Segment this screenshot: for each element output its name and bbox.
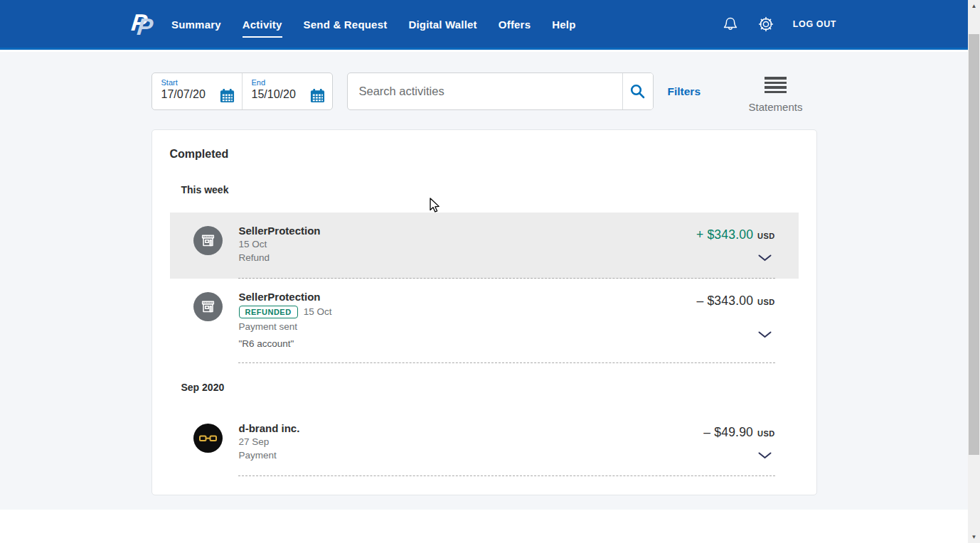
transaction-row[interactable]: d-brand inc. 27 Sep Payment – $49.90 USD	[170, 410, 799, 476]
bell-icon[interactable]	[722, 16, 739, 33]
transaction-name: d-brand inc.	[239, 421, 300, 436]
transaction-amount-block: – $49.90 USD	[703, 425, 774, 459]
transaction-amount: – $343.00	[696, 294, 753, 308]
scrollbar-thumb[interactable]	[969, 34, 979, 455]
row-divider	[238, 475, 775, 476]
transaction-row[interactable]: SellerProtection 15 Oct Refund + $343.00…	[170, 213, 799, 279]
transaction-name: SellerProtection	[239, 290, 332, 304]
transaction-date: 27 Sep	[239, 436, 300, 449]
transaction-date: 15 Oct	[239, 238, 321, 252]
transaction-details: SellerProtection REFUNDED 15 Oct Payment…	[239, 290, 332, 349]
calendar-icon[interactable]	[220, 88, 235, 103]
vertical-scrollbar[interactable]: ▲ ▼	[968, 0, 980, 543]
nav-digital-wallet[interactable]: Digital Wallet	[408, 18, 476, 38]
logout-button[interactable]: LOG OUT	[793, 19, 836, 29]
calendar-icon[interactable]	[310, 88, 325, 103]
store-icon	[199, 298, 217, 316]
transaction-currency: USD	[757, 298, 774, 306]
paypal-logo-front-p: P	[136, 15, 154, 38]
transaction-amount-block: – $343.00 USD	[696, 294, 774, 338]
merchant-avatar	[193, 226, 223, 255]
transaction-type: Payment	[239, 449, 300, 463]
d-brand-logo	[198, 433, 218, 443]
scroll-down-button[interactable]: ▼	[968, 531, 980, 543]
chevron-down-icon[interactable]	[758, 452, 772, 459]
merchant-avatar	[193, 424, 223, 453]
search-input[interactable]	[348, 73, 622, 109]
filters-link[interactable]: Filters	[668, 72, 701, 110]
transaction-type: Payment sent	[239, 321, 332, 334]
transaction-currency: USD	[757, 429, 774, 438]
nav-help[interactable]: Help	[552, 18, 575, 38]
transaction-type: Refund	[239, 252, 321, 265]
group-heading-sep-2020: Sep 2020	[181, 382, 787, 393]
activity-page-body: Start 17/07/20 End 1	[0, 52, 968, 510]
transaction-name: SellerProtection	[239, 224, 321, 238]
chevron-down-icon[interactable]	[758, 331, 772, 338]
row-divider	[238, 362, 775, 363]
scroll-up-button[interactable]: ▲	[968, 0, 980, 12]
completed-section-title: Completed	[170, 148, 799, 161]
top-navbar: P P Summary Activity Send & Request Digi…	[0, 0, 968, 50]
merchant-avatar	[193, 292, 223, 321]
chevron-down-icon[interactable]	[758, 254, 772, 262]
statements-button[interactable]: Statements	[735, 77, 817, 113]
transaction-note: "R6 account"	[239, 338, 332, 349]
end-date-label: End	[252, 78, 332, 87]
transaction-date: 15 Oct	[304, 306, 332, 319]
refunded-status-badge: REFUNDED	[239, 306, 298, 318]
activity-card: Completed This week SellerProtection 15 …	[151, 129, 817, 495]
end-date-field[interactable]: End 15/10/20	[242, 73, 332, 109]
nav-send-request[interactable]: Send & Request	[304, 18, 388, 38]
statements-label: Statements	[735, 101, 817, 113]
statements-lines-icon	[765, 77, 787, 95]
paypal-activity-page: P P Summary Activity Send & Request Digi…	[0, 0, 980, 543]
search-activities-box	[347, 72, 654, 110]
transaction-amount: + $343.00	[696, 227, 753, 242]
start-date-field[interactable]: Start 17/07/20	[152, 73, 242, 109]
primary-nav: Summary Activity Send & Request Digital …	[171, 18, 576, 31]
nav-offers[interactable]: Offers	[499, 18, 531, 38]
paypal-logo[interactable]: P P	[132, 9, 157, 41]
search-button[interactable]	[622, 73, 653, 109]
nav-summary[interactable]: Summary	[171, 18, 221, 38]
search-icon	[629, 83, 646, 100]
transaction-details: SellerProtection 15 Oct Refund	[239, 224, 321, 264]
group-heading-this-week: This week	[181, 184, 787, 195]
store-icon	[199, 232, 217, 249]
filter-toolbar: Start 17/07/20 End 1	[151, 72, 817, 111]
transaction-currency: USD	[757, 232, 774, 240]
transaction-amount-block: + $343.00 USD	[696, 227, 775, 262]
transaction-amount: – $49.90	[703, 425, 753, 440]
transaction-details: d-brand inc. 27 Sep Payment	[239, 421, 300, 462]
date-range-picker: Start 17/07/20 End 1	[151, 72, 333, 110]
start-date-label: Start	[161, 78, 242, 87]
gear-icon[interactable]	[757, 16, 774, 33]
transaction-row[interactable]: SellerProtection REFUNDED 15 Oct Payment…	[170, 279, 799, 363]
nav-right-group: LOG OUT	[722, 16, 836, 33]
nav-activity[interactable]: Activity	[243, 18, 282, 38]
